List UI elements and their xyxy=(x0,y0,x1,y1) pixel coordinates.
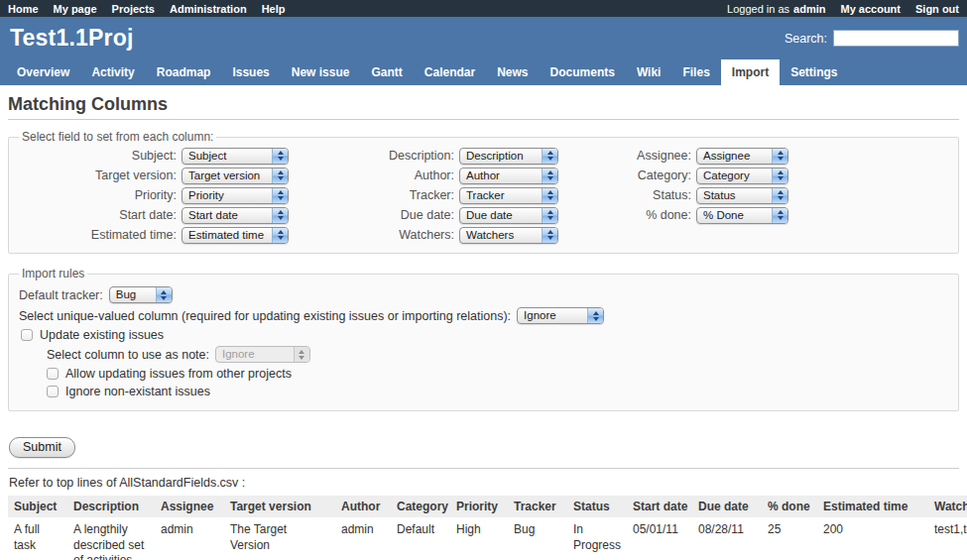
csv-preview-table: Subject Description Assignee Target vers… xyxy=(8,496,967,560)
cell-due-date: 08/28/11 xyxy=(692,517,762,560)
tab-calendar[interactable]: Calendar xyxy=(414,59,486,85)
tracker-select-value: Tracker xyxy=(460,188,542,203)
category-select[interactable]: Category xyxy=(696,168,788,184)
main-content: Matching Columns Select field to set fro… xyxy=(0,85,967,560)
cell-tracker: Bug xyxy=(508,517,567,560)
sign-out-link[interactable]: Sign out xyxy=(915,3,959,15)
field-subject: Subject: Subject xyxy=(19,146,289,166)
col-header-status: Status xyxy=(567,496,627,517)
unique-column-label: Select unique-valued column (required fo… xyxy=(19,309,511,323)
submit-button[interactable]: Submit xyxy=(9,437,75,458)
select-stepper-icon xyxy=(542,188,557,203)
cell-category: Default xyxy=(391,517,450,560)
default-tracker-select[interactable]: Bug xyxy=(109,286,173,303)
status-label: Status: xyxy=(653,188,691,202)
field-assignee: Assignee: Assignee xyxy=(558,146,828,166)
category-label: Category: xyxy=(638,168,691,182)
field-tracker: Tracker: Tracker xyxy=(289,185,558,205)
select-stepper-icon xyxy=(542,168,557,183)
search-input[interactable] xyxy=(833,30,959,47)
default-tracker-row: Default tracker: Bug xyxy=(19,286,948,303)
main-tabs: Overview Activity Roadmap Issues New iss… xyxy=(0,59,967,85)
logged-in-user-link[interactable]: admin xyxy=(793,3,825,15)
top-menu-administration[interactable]: Administration xyxy=(170,3,247,15)
cell-watchers: test1,te xyxy=(928,517,967,560)
top-menu-projects[interactable]: Projects xyxy=(112,3,155,15)
tab-overview[interactable]: Overview xyxy=(6,59,80,85)
allow-other-projects-checkbox[interactable] xyxy=(47,368,59,380)
allow-other-projects-label: Allow updating issues from other project… xyxy=(65,367,292,381)
subject-select[interactable]: Subject xyxy=(181,148,289,165)
select-stepper-icon xyxy=(272,149,288,164)
tab-settings[interactable]: Settings xyxy=(780,59,848,85)
top-menu-help[interactable]: Help xyxy=(262,3,286,15)
tab-files[interactable]: Files xyxy=(671,59,720,85)
percent-done-label: % done: xyxy=(646,208,691,222)
tab-new-issue[interactable]: New issue xyxy=(281,59,361,85)
unique-column-row: Select unique-valued column (required fo… xyxy=(19,307,948,324)
priority-select-value: Priority xyxy=(182,188,272,203)
target-version-select[interactable]: Target version xyxy=(181,168,289,184)
allow-other-projects-row: Allow updating issues from other project… xyxy=(19,367,948,381)
matching-column-1: Subject: Subject Target version: Target … xyxy=(19,146,289,245)
col-header-subject: Subject xyxy=(8,496,67,517)
field-status: Status: Status xyxy=(558,185,828,205)
select-stepper-icon xyxy=(772,168,787,183)
matching-columns-legend: Select field to set from each column: xyxy=(19,130,216,144)
estimated-time-select[interactable]: Estimated time xyxy=(181,227,289,244)
select-stepper-icon xyxy=(542,149,557,164)
due-date-select[interactable]: Due date xyxy=(459,207,558,224)
tab-documents[interactable]: Documents xyxy=(540,59,626,85)
watchers-label: Watchers: xyxy=(399,228,454,242)
percent-done-select[interactable]: % Done xyxy=(696,207,788,224)
status-select[interactable]: Status xyxy=(696,187,788,204)
default-tracker-label: Default tracker: xyxy=(19,288,103,302)
author-select[interactable]: Author xyxy=(459,168,558,184)
watchers-select[interactable]: Watchers xyxy=(459,227,558,244)
priority-select[interactable]: Priority xyxy=(181,187,289,204)
col-header-priority: Priority xyxy=(450,496,508,517)
field-estimated-time: Estimated time: Estimated time xyxy=(19,225,289,245)
ignore-nonexistant-checkbox[interactable] xyxy=(47,386,59,397)
top-menu-left: Home My page Projects Administration Hel… xyxy=(8,3,285,15)
top-menu-home[interactable]: Home xyxy=(8,3,39,15)
start-date-label: Start date: xyxy=(119,208,177,222)
unique-column-select[interactable]: Ignore xyxy=(517,307,604,324)
cell-start-date: 05/01/11 xyxy=(627,517,692,560)
update-existing-label: Update existing issues xyxy=(40,328,164,342)
tracker-select[interactable]: Tracker xyxy=(459,187,558,204)
tab-gantt[interactable]: Gantt xyxy=(360,59,413,85)
my-account-link[interactable]: My account xyxy=(840,3,901,15)
tab-roadmap[interactable]: Roadmap xyxy=(146,59,222,85)
start-date-select-value: Start date xyxy=(182,208,272,223)
top-menu: Home My page Projects Administration Hel… xyxy=(0,0,967,17)
note-column-row: Select column to use as note: Ignore xyxy=(19,346,948,363)
tab-import[interactable]: Import xyxy=(721,59,780,85)
matching-columns-fieldset: Select field to set from each column: Su… xyxy=(8,130,959,254)
select-stepper-icon xyxy=(272,228,288,243)
description-select[interactable]: Description xyxy=(459,148,558,165)
matching-column-3: Assignee: Assignee Category: Category St… xyxy=(558,146,828,245)
select-stepper-icon xyxy=(542,228,557,243)
tab-wiki[interactable]: Wiki xyxy=(626,59,672,85)
start-date-select[interactable]: Start date xyxy=(181,207,289,224)
subject-label: Subject: xyxy=(132,149,177,163)
top-menu-my-page[interactable]: My page xyxy=(54,3,97,15)
tab-activity[interactable]: Activity xyxy=(80,59,145,85)
import-rules-fieldset: Import rules Default tracker: Bug Select… xyxy=(8,267,959,411)
col-header-description: Description xyxy=(67,496,155,517)
logged-in-prefix: Logged in as xyxy=(727,3,789,15)
description-select-value: Description xyxy=(460,149,542,164)
priority-label: Priority: xyxy=(135,188,177,202)
logged-in-as: Logged in as admin xyxy=(727,3,825,15)
watchers-select-value: Watchers xyxy=(460,228,542,243)
assignee-select-value: Assignee xyxy=(697,149,772,164)
due-date-select-value: Due date xyxy=(460,208,542,223)
tab-news[interactable]: News xyxy=(486,59,539,85)
update-existing-checkbox[interactable] xyxy=(21,329,33,341)
tab-issues[interactable]: Issues xyxy=(221,59,280,85)
default-tracker-select-value: Bug xyxy=(110,287,156,302)
assignee-select[interactable]: Assignee xyxy=(696,148,788,165)
search-area: Search: xyxy=(785,30,959,47)
select-stepper-icon xyxy=(587,308,603,323)
